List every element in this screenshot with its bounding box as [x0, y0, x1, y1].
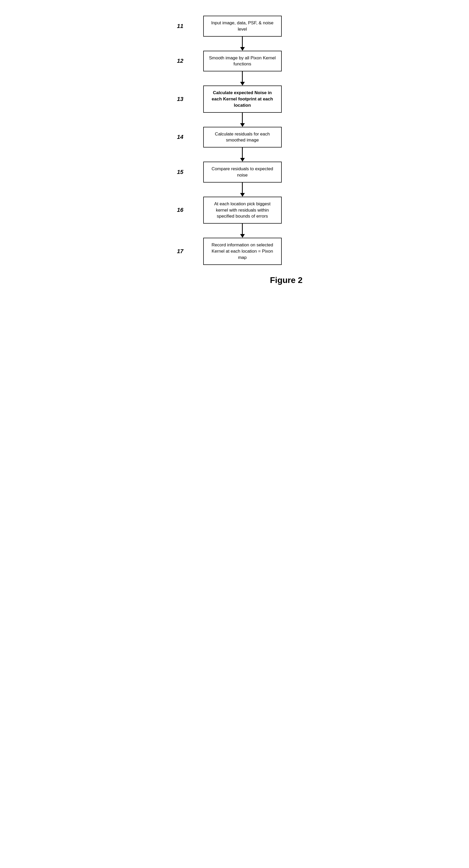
arrow-shaft-11	[242, 37, 243, 47]
arrow-shaft-13	[242, 113, 243, 123]
arrow-line-16	[240, 224, 245, 238]
step-label-13: 13	[177, 96, 183, 102]
arrow-12	[177, 71, 308, 86]
arrow-shaft-15	[242, 183, 243, 193]
arrow-shaft-16	[242, 224, 243, 234]
arrow-head-11	[240, 47, 245, 51]
step-box-11: Input image, data, PSF, & noise level	[203, 16, 282, 37]
step-box-12: Smooth image by all Pixon Kernel functio…	[203, 51, 282, 72]
arrow-15	[177, 183, 308, 197]
arrow-line-14	[240, 148, 245, 162]
arrow-16	[177, 224, 308, 238]
figure-label: Figure 2	[177, 275, 308, 285]
arrow-head-15	[240, 193, 245, 197]
step-label-11: 11	[177, 23, 183, 30]
step-row-13: 13Calculate expected Noise in each Kerne…	[177, 86, 308, 113]
arrow-shaft-14	[242, 148, 243, 158]
step-box-16: At each location pick biggest kernel wit…	[203, 197, 282, 224]
arrow-head-16	[240, 234, 245, 238]
step-row-15: 15Compare residuals to expected noise	[177, 162, 308, 183]
arrow-head-13	[240, 123, 245, 127]
arrow-line-15	[240, 183, 245, 197]
step-row-11: 11Input image, data, PSF, & noise level	[177, 16, 308, 37]
arrow-head-14	[240, 158, 245, 162]
step-row-12: 12Smooth image by all Pixon Kernel funct…	[177, 51, 308, 72]
arrow-line-13	[240, 113, 245, 127]
arrow-11	[177, 37, 308, 51]
page-container: 11Input image, data, PSF, & noise level1…	[156, 5, 313, 301]
step-label-17: 17	[177, 248, 183, 255]
flowchart: 11Input image, data, PSF, & noise level1…	[177, 16, 308, 265]
arrow-13	[177, 113, 308, 127]
step-label-12: 12	[177, 58, 183, 64]
arrow-shaft-12	[242, 71, 243, 82]
step-box-14: Calculate residuals for each smoothed im…	[203, 127, 282, 148]
step-label-16: 16	[177, 207, 183, 213]
step-box-15: Compare residuals to expected noise	[203, 162, 282, 183]
step-row-14: 14Calculate residuals for each smoothed …	[177, 127, 308, 148]
arrow-14	[177, 148, 308, 162]
step-label-14: 14	[177, 134, 183, 141]
step-row-16: 16At each location pick biggest kernel w…	[177, 197, 308, 224]
arrow-line-12	[240, 71, 245, 86]
arrow-line-11	[240, 37, 245, 51]
step-box-13: Calculate expected Noise in each Kernel …	[203, 86, 282, 113]
step-label-15: 15	[177, 169, 183, 176]
step-box-17: Record information on selected Kernel at…	[203, 238, 282, 265]
arrow-head-12	[240, 82, 245, 86]
step-row-17: 17Record information on selected Kernel …	[177, 238, 308, 265]
